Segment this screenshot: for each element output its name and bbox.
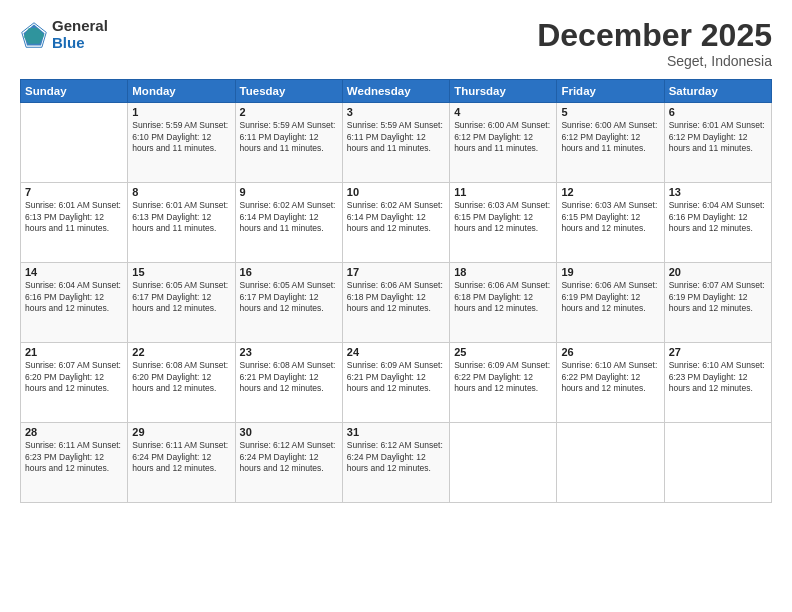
day-info: Sunrise: 6:07 AM Sunset: 6:20 PM Dayligh… (25, 360, 123, 394)
day-info: Sunrise: 6:08 AM Sunset: 6:20 PM Dayligh… (132, 360, 230, 394)
header: General Blue December 2025 Seget, Indone… (20, 18, 772, 69)
calendar-cell: 13Sunrise: 6:04 AM Sunset: 6:16 PM Dayli… (664, 183, 771, 263)
day-number: 2 (240, 106, 338, 118)
calendar-cell: 17Sunrise: 6:06 AM Sunset: 6:18 PM Dayli… (342, 263, 449, 343)
calendar-cell (664, 423, 771, 503)
col-wednesday: Wednesday (342, 80, 449, 103)
calendar-cell: 24Sunrise: 6:09 AM Sunset: 6:21 PM Dayli… (342, 343, 449, 423)
calendar-cell: 1Sunrise: 5:59 AM Sunset: 6:10 PM Daylig… (128, 103, 235, 183)
calendar-cell: 22Sunrise: 6:08 AM Sunset: 6:20 PM Dayli… (128, 343, 235, 423)
page: General Blue December 2025 Seget, Indone… (0, 0, 792, 612)
calendar-week-2: 7Sunrise: 6:01 AM Sunset: 6:13 PM Daylig… (21, 183, 772, 263)
day-number: 21 (25, 346, 123, 358)
day-number: 25 (454, 346, 552, 358)
day-number: 27 (669, 346, 767, 358)
calendar-cell: 29Sunrise: 6:11 AM Sunset: 6:24 PM Dayli… (128, 423, 235, 503)
day-number: 11 (454, 186, 552, 198)
day-info: Sunrise: 6:04 AM Sunset: 6:16 PM Dayligh… (25, 280, 123, 314)
day-info: Sunrise: 6:04 AM Sunset: 6:16 PM Dayligh… (669, 200, 767, 234)
calendar-table: Sunday Monday Tuesday Wednesday Thursday… (20, 79, 772, 503)
day-info: Sunrise: 6:00 AM Sunset: 6:12 PM Dayligh… (561, 120, 659, 154)
day-info: Sunrise: 6:03 AM Sunset: 6:15 PM Dayligh… (561, 200, 659, 234)
day-number: 13 (669, 186, 767, 198)
day-number: 18 (454, 266, 552, 278)
day-number: 29 (132, 426, 230, 438)
logo: General Blue (20, 18, 108, 51)
day-info: Sunrise: 6:08 AM Sunset: 6:21 PM Dayligh… (240, 360, 338, 394)
calendar-cell: 20Sunrise: 6:07 AM Sunset: 6:19 PM Dayli… (664, 263, 771, 343)
day-number: 6 (669, 106, 767, 118)
calendar-cell: 8Sunrise: 6:01 AM Sunset: 6:13 PM Daylig… (128, 183, 235, 263)
calendar-cell: 6Sunrise: 6:01 AM Sunset: 6:12 PM Daylig… (664, 103, 771, 183)
calendar-header-row: Sunday Monday Tuesday Wednesday Thursday… (21, 80, 772, 103)
calendar-cell: 7Sunrise: 6:01 AM Sunset: 6:13 PM Daylig… (21, 183, 128, 263)
col-saturday: Saturday (664, 80, 771, 103)
day-number: 30 (240, 426, 338, 438)
col-sunday: Sunday (21, 80, 128, 103)
calendar-cell (450, 423, 557, 503)
day-info: Sunrise: 6:06 AM Sunset: 6:18 PM Dayligh… (454, 280, 552, 314)
calendar-cell: 21Sunrise: 6:07 AM Sunset: 6:20 PM Dayli… (21, 343, 128, 423)
day-info: Sunrise: 5:59 AM Sunset: 6:10 PM Dayligh… (132, 120, 230, 154)
day-number: 9 (240, 186, 338, 198)
day-number: 5 (561, 106, 659, 118)
calendar-cell: 10Sunrise: 6:02 AM Sunset: 6:14 PM Dayli… (342, 183, 449, 263)
day-number: 17 (347, 266, 445, 278)
day-number: 1 (132, 106, 230, 118)
day-info: Sunrise: 6:07 AM Sunset: 6:19 PM Dayligh… (669, 280, 767, 314)
day-info: Sunrise: 6:09 AM Sunset: 6:21 PM Dayligh… (347, 360, 445, 394)
calendar-cell: 18Sunrise: 6:06 AM Sunset: 6:18 PM Dayli… (450, 263, 557, 343)
month-title: December 2025 (537, 18, 772, 53)
day-info: Sunrise: 6:10 AM Sunset: 6:23 PM Dayligh… (669, 360, 767, 394)
logo-general: General (52, 18, 108, 35)
calendar-cell: 16Sunrise: 6:05 AM Sunset: 6:17 PM Dayli… (235, 263, 342, 343)
logo-blue: Blue (52, 35, 108, 52)
day-info: Sunrise: 5:59 AM Sunset: 6:11 PM Dayligh… (347, 120, 445, 154)
calendar-cell: 12Sunrise: 6:03 AM Sunset: 6:15 PM Dayli… (557, 183, 664, 263)
calendar-cell: 5Sunrise: 6:00 AM Sunset: 6:12 PM Daylig… (557, 103, 664, 183)
calendar-cell: 30Sunrise: 6:12 AM Sunset: 6:24 PM Dayli… (235, 423, 342, 503)
day-info: Sunrise: 6:12 AM Sunset: 6:24 PM Dayligh… (347, 440, 445, 474)
day-info: Sunrise: 6:02 AM Sunset: 6:14 PM Dayligh… (240, 200, 338, 234)
calendar-week-3: 14Sunrise: 6:04 AM Sunset: 6:16 PM Dayli… (21, 263, 772, 343)
day-number: 19 (561, 266, 659, 278)
logo-text: General Blue (52, 18, 108, 51)
calendar-cell: 25Sunrise: 6:09 AM Sunset: 6:22 PM Dayli… (450, 343, 557, 423)
day-info: Sunrise: 6:11 AM Sunset: 6:23 PM Dayligh… (25, 440, 123, 474)
day-info: Sunrise: 6:06 AM Sunset: 6:19 PM Dayligh… (561, 280, 659, 314)
day-info: Sunrise: 6:12 AM Sunset: 6:24 PM Dayligh… (240, 440, 338, 474)
day-info: Sunrise: 6:01 AM Sunset: 6:13 PM Dayligh… (25, 200, 123, 234)
day-info: Sunrise: 6:00 AM Sunset: 6:12 PM Dayligh… (454, 120, 552, 154)
day-number: 10 (347, 186, 445, 198)
col-monday: Monday (128, 80, 235, 103)
day-info: Sunrise: 6:05 AM Sunset: 6:17 PM Dayligh… (132, 280, 230, 314)
day-number: 7 (25, 186, 123, 198)
day-info: Sunrise: 6:01 AM Sunset: 6:12 PM Dayligh… (669, 120, 767, 154)
day-number: 31 (347, 426, 445, 438)
day-number: 16 (240, 266, 338, 278)
day-info: Sunrise: 6:11 AM Sunset: 6:24 PM Dayligh… (132, 440, 230, 474)
calendar-week-4: 21Sunrise: 6:07 AM Sunset: 6:20 PM Dayli… (21, 343, 772, 423)
calendar-cell (557, 423, 664, 503)
calendar-cell: 14Sunrise: 6:04 AM Sunset: 6:16 PM Dayli… (21, 263, 128, 343)
day-number: 22 (132, 346, 230, 358)
day-info: Sunrise: 6:06 AM Sunset: 6:18 PM Dayligh… (347, 280, 445, 314)
logo-icon (20, 21, 48, 49)
calendar-cell: 19Sunrise: 6:06 AM Sunset: 6:19 PM Dayli… (557, 263, 664, 343)
day-number: 4 (454, 106, 552, 118)
calendar-week-1: 1Sunrise: 5:59 AM Sunset: 6:10 PM Daylig… (21, 103, 772, 183)
day-number: 3 (347, 106, 445, 118)
calendar-cell (21, 103, 128, 183)
calendar-cell: 11Sunrise: 6:03 AM Sunset: 6:15 PM Dayli… (450, 183, 557, 263)
col-tuesday: Tuesday (235, 80, 342, 103)
day-info: Sunrise: 6:02 AM Sunset: 6:14 PM Dayligh… (347, 200, 445, 234)
day-info: Sunrise: 6:05 AM Sunset: 6:17 PM Dayligh… (240, 280, 338, 314)
col-thursday: Thursday (450, 80, 557, 103)
calendar-cell: 3Sunrise: 5:59 AM Sunset: 6:11 PM Daylig… (342, 103, 449, 183)
calendar-cell: 26Sunrise: 6:10 AM Sunset: 6:22 PM Dayli… (557, 343, 664, 423)
location-subtitle: Seget, Indonesia (537, 53, 772, 69)
day-info: Sunrise: 5:59 AM Sunset: 6:11 PM Dayligh… (240, 120, 338, 154)
day-info: Sunrise: 6:01 AM Sunset: 6:13 PM Dayligh… (132, 200, 230, 234)
calendar-cell: 27Sunrise: 6:10 AM Sunset: 6:23 PM Dayli… (664, 343, 771, 423)
day-number: 8 (132, 186, 230, 198)
